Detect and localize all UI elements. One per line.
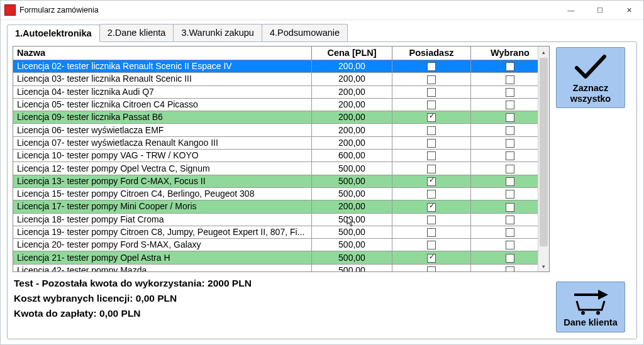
table-row[interactable]: Licencja 21- tester pompy Opel Astra H50…	[13, 251, 549, 264]
have-checkbox[interactable]	[427, 139, 436, 148]
cell-price: 500,00	[312, 239, 392, 251]
have-checkbox[interactable]	[427, 203, 436, 212]
titlebar: Formularz zamówienia — ☐ ✕	[1, 1, 643, 20]
selected-checkbox[interactable]	[506, 113, 514, 122]
tab-body: Nazwa Cena [PLN] Posiadasz Wybrano Licen…	[7, 41, 637, 339]
selected-checkbox[interactable]	[506, 203, 514, 212]
table-row[interactable]: Licencja 17- tester pompy Mini Cooper / …	[13, 200, 549, 213]
scroll-down-icon[interactable]: ▾	[538, 261, 549, 271]
have-checkbox[interactable]	[427, 113, 436, 122]
scroll-thumb[interactable]	[540, 58, 548, 246]
cell-price: 200,00	[312, 60, 392, 73]
have-checkbox[interactable]	[427, 177, 436, 186]
license-table: Nazwa Cena [PLN] Posiadasz Wybrano Licen…	[13, 47, 549, 272]
table-row[interactable]: Licencja 15- tester pompy Citroen C4, Be…	[13, 187, 549, 200]
have-checkbox[interactable]	[427, 88, 436, 97]
have-checkbox[interactable]	[427, 165, 436, 173]
table-row[interactable]: Licencja 02- tester licznika Renault Sce…	[13, 60, 549, 73]
have-checkbox[interactable]	[427, 62, 436, 71]
table-row[interactable]: Licencja 03- tester licznika Renault Sce…	[13, 73, 549, 85]
table-row[interactable]: Licencja 06- tester wyświetlacza EMF200,…	[13, 124, 549, 136]
next-button[interactable]: Dane klienta	[556, 282, 625, 332]
cell-name: Licencja 10- tester pompy VAG - TRW / KO…	[13, 150, 312, 162]
have-checkbox[interactable]	[427, 190, 436, 199]
cell-price: 500,00	[312, 213, 392, 226]
table-row[interactable]: Licencja 04- tester licznika Audi Q7200,…	[13, 85, 549, 98]
right-pane: Zaznacz wszystko Dane klienta	[556, 46, 631, 334]
cell-name: Licencja 12- tester pompy Opel Vectra C,…	[13, 162, 312, 175]
minimize-button[interactable]: —	[557, 1, 586, 19]
selected-checkbox[interactable]	[506, 101, 514, 109]
cart-arrow-icon	[559, 287, 622, 315]
selected-checkbox[interactable]	[506, 165, 514, 173]
scrollbar[interactable]: ▴ ▾	[538, 47, 549, 271]
table-row[interactable]: Licencja 07- tester wyświetlacza Renault…	[13, 136, 549, 149]
table-row[interactable]: Licencja 20- tester pompy Ford S-MAX, Ga…	[13, 239, 549, 251]
close-button[interactable]: ✕	[614, 1, 643, 19]
maximize-button[interactable]: ☐	[586, 1, 614, 19]
have-checkbox[interactable]	[427, 254, 436, 263]
scroll-up-icon[interactable]: ▴	[538, 47, 549, 57]
cell-have	[392, 111, 471, 124]
have-checkbox[interactable]	[427, 126, 436, 135]
cell-have	[392, 200, 471, 213]
col-header-name[interactable]: Nazwa	[13, 47, 312, 60]
col-header-have[interactable]: Posiadasz	[392, 47, 471, 60]
cell-name: Licencja 17- tester pompy Mini Cooper / …	[13, 200, 312, 213]
table-row[interactable]: Licencja 42- tester pompy Mazda500,00	[13, 264, 549, 272]
cell-have	[392, 150, 471, 162]
window-title: Formularz zamówienia	[19, 6, 557, 14]
window: Formularz zamówienia — ☐ ✕ 1.Autoelektro…	[0, 0, 644, 345]
svg-point-3	[596, 311, 600, 315]
table-row[interactable]: Licencja 12- tester pompy Opel Vectra C,…	[13, 162, 549, 175]
cell-have	[392, 213, 471, 226]
selected-checkbox[interactable]	[506, 139, 514, 148]
have-checkbox[interactable]	[427, 266, 436, 272]
tab-dane-klienta[interactable]: 2.Dane klienta	[99, 24, 174, 41]
selected-checkbox[interactable]	[506, 62, 514, 71]
selected-checkbox[interactable]	[506, 190, 514, 199]
selected-checkbox[interactable]	[506, 75, 514, 84]
table-row[interactable]: Licencja 18- tester pompy Fiat Croma500,…	[13, 213, 549, 226]
have-checkbox[interactable]	[427, 101, 436, 109]
cell-have	[392, 264, 471, 272]
cell-name: Licencja 06- tester wyświetlacza EMF	[13, 124, 312, 136]
tab-podsumowanie[interactable]: 4.Podsumowanie	[262, 24, 348, 41]
check-icon	[559, 53, 622, 80]
selected-checkbox[interactable]	[506, 228, 514, 237]
have-checkbox[interactable]	[427, 75, 436, 84]
cell-have	[392, 85, 471, 98]
summary-cost: Koszt wybranych licencji: 0,00 PLN	[14, 291, 550, 306]
table-row[interactable]: Licencja 05- tester licznika Citroen C4 …	[13, 98, 549, 111]
have-checkbox[interactable]	[427, 216, 436, 224]
tab-autoelektronika[interactable]: 1.Autoelektronika	[7, 25, 100, 42]
app-icon	[4, 4, 16, 16]
table-row[interactable]: Licencja 09- tester licznika Passat B620…	[13, 111, 549, 124]
selected-checkbox[interactable]	[506, 151, 514, 160]
cell-have	[392, 226, 471, 238]
selected-checkbox[interactable]	[506, 177, 514, 186]
cell-have	[392, 239, 471, 251]
selected-checkbox[interactable]	[506, 266, 514, 272]
have-checkbox[interactable]	[427, 151, 436, 160]
selected-checkbox[interactable]	[506, 126, 514, 135]
selected-checkbox[interactable]	[506, 88, 514, 97]
select-all-button[interactable]: Zaznacz wszystko	[556, 47, 625, 108]
cell-name: Licencja 18- tester pompy Fiat Croma	[13, 213, 312, 226]
cell-price: 200,00	[312, 111, 392, 124]
table-row[interactable]: Licencja 13- tester pompy Ford C-MAX, Fo…	[13, 175, 549, 187]
license-table-wrap: Nazwa Cena [PLN] Posiadasz Wybrano Licen…	[13, 46, 550, 272]
cell-name: Licencja 21- tester pompy Opel Astra H	[13, 251, 312, 264]
have-checkbox[interactable]	[427, 228, 436, 237]
selected-checkbox[interactable]	[506, 254, 514, 263]
selected-checkbox[interactable]	[506, 216, 514, 224]
col-header-price[interactable]: Cena [PLN]	[312, 47, 392, 60]
have-checkbox[interactable]	[427, 241, 436, 249]
table-row[interactable]: Licencja 19- tester pompy Citroen C8, Ju…	[13, 226, 549, 238]
table-row[interactable]: Licencja 10- tester pompy VAG - TRW / KO…	[13, 150, 549, 162]
selected-checkbox[interactable]	[506, 241, 514, 249]
summary-total: Kwota do zapłaty: 0,00 PLN	[14, 306, 550, 321]
cell-have	[392, 251, 471, 264]
next-button-label: Dane klienta	[559, 317, 622, 328]
tab-warunki-zakupu[interactable]: 3.Warunki zakupu	[173, 24, 262, 41]
